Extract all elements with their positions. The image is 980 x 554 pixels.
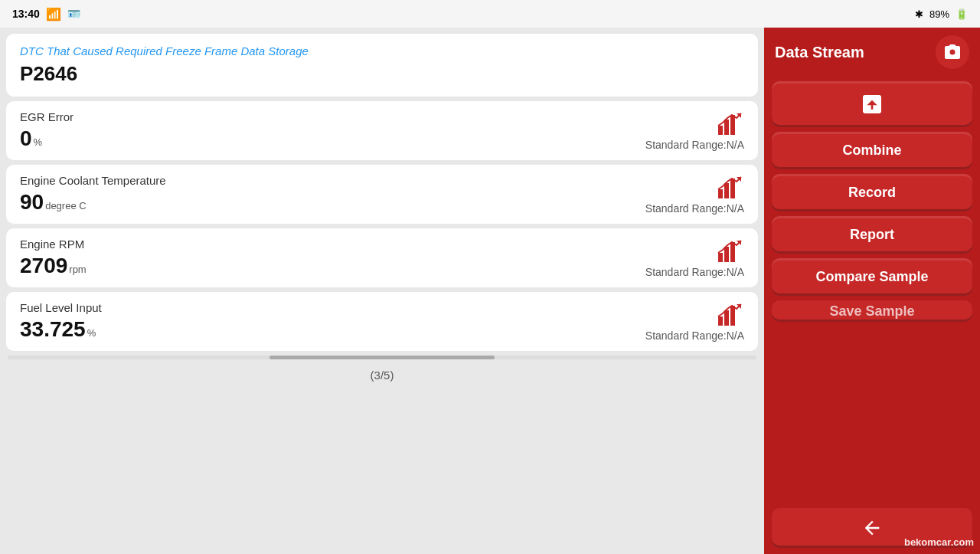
- sensor-name-3: Fuel Level Input: [20, 301, 744, 314]
- sensor-range-3: Standard Range:N/A: [645, 329, 744, 342]
- save-sample-button[interactable]: Save Sample: [772, 300, 972, 322]
- sensor-value-container-1: 90 degree C: [20, 190, 87, 215]
- svg-rect-4: [718, 189, 723, 198]
- export-button[interactable]: [772, 81, 972, 127]
- sensor-value-container-0: 0 %: [20, 126, 42, 151]
- svg-rect-10: [730, 242, 735, 262]
- report-button[interactable]: Report: [772, 216, 972, 254]
- svg-rect-9: [724, 247, 729, 262]
- sensor-range-0: Standard Range:N/A: [645, 139, 744, 151]
- svg-rect-2: [730, 115, 735, 135]
- dtc-value: P2646: [20, 62, 744, 86]
- time-display: 13:40: [12, 8, 40, 20]
- watermark: bekomcar.com: [904, 536, 974, 548]
- chart-icon-2[interactable]: [717, 239, 744, 267]
- sensor-unit-0: %: [34, 136, 43, 148]
- sensor-name-0: EGR Error: [20, 110, 744, 123]
- sidebar-buttons: Combine Record Report Compare Sample Sav…: [764, 77, 980, 508]
- status-left: 13:40 📶 🪪: [12, 7, 80, 21]
- combine-label: Combine: [842, 143, 901, 159]
- dtc-card: DTC That Caused Required Freeze Frame Da…: [6, 34, 758, 97]
- svg-rect-1: [724, 120, 729, 135]
- sensor-value-container-2: 2709 rpm: [20, 254, 87, 278]
- sensor-row-1: 90 degree C Standard Range:N/A: [20, 190, 744, 215]
- svg-rect-5: [724, 183, 729, 198]
- sensor-card-0: EGR Error 0 % Standard Range:N/A: [6, 101, 758, 160]
- sensor-row-3: 33.725 % Standard Range:N/A: [20, 317, 744, 342]
- compare-label: Compare Sample: [815, 269, 928, 285]
- sensor-card-2: Engine RPM 2709 rpm Standard Range:N/A: [6, 228, 758, 287]
- report-label: Report: [850, 227, 894, 243]
- bluetooth-icon: ✱: [915, 8, 923, 20]
- camera-button[interactable]: [936, 35, 969, 69]
- sensor-unit-1: degree C: [45, 200, 86, 211]
- wifi-icon: 📶: [46, 7, 61, 21]
- export-icon: [860, 92, 884, 116]
- svg-rect-12: [718, 316, 723, 326]
- sidebar: Data Stream Combine Record: [764, 28, 980, 554]
- battery-icon: 🔋: [956, 8, 968, 20]
- sidebar-title: Data Stream: [775, 44, 864, 61]
- sidebar-header: Data Stream: [764, 28, 980, 77]
- sensor-name-2: Engine RPM: [20, 238, 744, 251]
- sensor-row-2: 2709 rpm Standard Range:N/A: [20, 254, 744, 278]
- status-right: ✱ 89% 🔋: [915, 8, 968, 20]
- svg-rect-0: [718, 126, 723, 135]
- sensor-range-1: Standard Range:N/A: [645, 202, 744, 215]
- sensor-value-3: 33.725: [20, 317, 86, 342]
- svg-rect-13: [724, 310, 729, 326]
- save-label: Save Sample: [829, 303, 914, 320]
- svg-rect-14: [730, 306, 735, 326]
- chart-icon-0[interactable]: [717, 112, 744, 139]
- page-indicator: (3/5): [6, 364, 758, 386]
- sensor-card-3: Fuel Level Input 33.725 % Standard Range…: [6, 292, 758, 351]
- sensor-range-2: Standard Range:N/A: [645, 266, 744, 278]
- scrollbar-thumb[interactable]: [270, 356, 494, 359]
- scrollbar-track[interactable]: [8, 356, 756, 359]
- record-label: Record: [848, 185, 896, 201]
- dtc-label: DTC That Caused Required Freeze Frame Da…: [20, 44, 744, 57]
- sensor-row-0: 0 % Standard Range:N/A: [20, 126, 744, 151]
- sensor-value-2: 2709: [20, 254, 67, 278]
- sensor-name-1: Engine Coolant Temperature: [20, 174, 744, 187]
- sensor-card-1: Engine Coolant Temperature 90 degree C S…: [6, 165, 758, 224]
- sensor-unit-2: rpm: [69, 264, 86, 275]
- status-bar: 13:40 📶 🪪 ✱ 89% 🔋: [0, 0, 980, 28]
- battery-percent: 89%: [929, 8, 949, 20]
- back-icon: [861, 517, 883, 539]
- content-panel: DTC That Caused Required Freeze Frame Da…: [0, 28, 764, 554]
- sensor-unit-3: %: [87, 327, 96, 339]
- svg-rect-6: [730, 179, 735, 198]
- sensor-value-1: 90: [20, 190, 44, 215]
- sim-icon: 🪪: [67, 8, 80, 20]
- sensor-value-0: 0: [20, 126, 32, 151]
- chart-icon-3[interactable]: [717, 303, 744, 330]
- combine-button[interactable]: Combine: [772, 132, 972, 169]
- record-button[interactable]: Record: [772, 174, 972, 211]
- main-container: DTC That Caused Required Freeze Frame Da…: [0, 28, 980, 554]
- compare-sample-button[interactable]: Compare Sample: [772, 258, 972, 296]
- chart-icon-1[interactable]: [717, 175, 744, 203]
- svg-rect-8: [718, 253, 723, 262]
- sensor-value-container-3: 33.725 %: [20, 317, 96, 342]
